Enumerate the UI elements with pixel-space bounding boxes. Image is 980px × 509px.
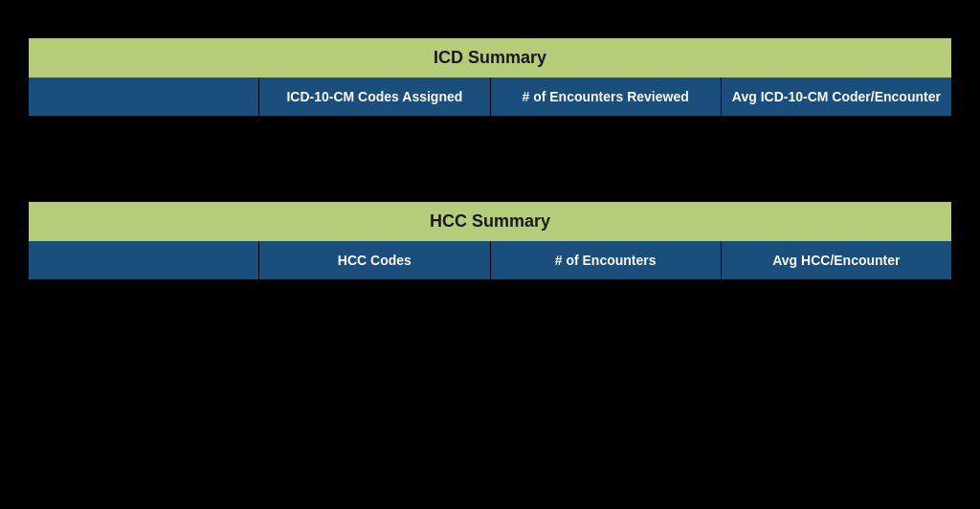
icd-header-col-1: ICD-10-CM Codes Assigned bbox=[259, 77, 490, 116]
icd-summary-title: ICD Summary bbox=[29, 38, 951, 77]
icd-header-col-3: Avg ICD-10-CM Coder/Encounter bbox=[722, 77, 951, 116]
icd-header-row: ICD-10-CM Codes Assigned # of Encounters… bbox=[29, 77, 951, 116]
hcc-header-col-1: HCC Codes bbox=[259, 241, 490, 279]
hcc-summary-title: HCC Summary bbox=[29, 202, 951, 241]
hcc-header-col-2: # of Encounters bbox=[491, 241, 722, 279]
icd-header-col-2: # of Encounters Reviewed bbox=[491, 77, 722, 116]
icd-header-col-0 bbox=[29, 77, 259, 116]
icd-data-area bbox=[29, 116, 951, 173]
hcc-header-col-3: Avg HCC/Encounter bbox=[722, 241, 951, 279]
icd-summary-section: ICD Summary ICD-10-CM Codes Assigned # o… bbox=[29, 38, 951, 173]
page-wrapper: ICD Summary ICD-10-CM Codes Assigned # o… bbox=[0, 0, 980, 509]
hcc-data-area bbox=[29, 279, 951, 337]
hcc-header-row: HCC Codes # of Encounters Avg HCC/Encoun… bbox=[29, 241, 951, 279]
hcc-summary-section: HCC Summary HCC Codes # of Encounters Av… bbox=[29, 202, 951, 337]
hcc-header-col-0 bbox=[29, 241, 259, 279]
